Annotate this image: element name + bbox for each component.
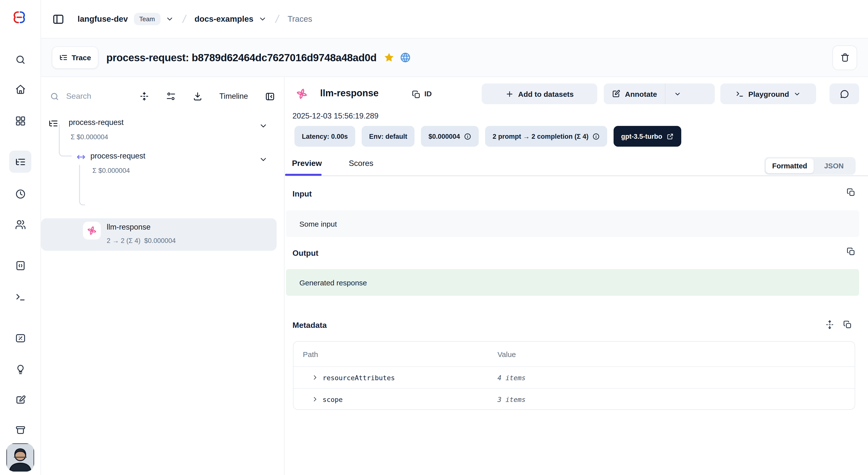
- annotate-split-button: Annotate: [604, 84, 715, 104]
- output-content: Generated response: [286, 269, 859, 296]
- timeline-toggle[interactable]: Timeline: [219, 92, 248, 101]
- view-mode-toggle: Formatted JSON: [764, 157, 856, 175]
- formatted-toggle[interactable]: Formatted: [766, 158, 814, 173]
- tree-search[interactable]: [50, 92, 139, 101]
- search-icon: [50, 92, 59, 101]
- lightbulb-icon[interactable]: [9, 358, 31, 380]
- search-icon[interactable]: [9, 49, 31, 71]
- sessions-clock-icon[interactable]: [9, 183, 31, 205]
- tree-row-metrics: 2 → 2 (Σ 4) $0.000004: [107, 237, 176, 245]
- output-section-label: Output: [292, 249, 318, 258]
- input-section-label: Input: [292, 190, 312, 198]
- cost-badge: $0.000004: [421, 126, 479, 147]
- evals-percent-icon[interactable]: [9, 327, 31, 349]
- terminal-icon: [735, 90, 744, 98]
- latency-badge: Latency: 0.00s: [294, 126, 355, 147]
- observation-title: llm-response: [320, 88, 379, 99]
- tab-preview[interactable]: Preview: [292, 159, 322, 168]
- copy-id-icon[interactable]: [411, 90, 421, 99]
- metadata-table: Path Value resourceAttributes 4 items sc…: [293, 341, 855, 410]
- metadata-row-resource-attributes[interactable]: resourceAttributes 4 items: [293, 367, 855, 388]
- chevron-down-icon: [794, 90, 801, 97]
- copy-metadata-icon[interactable]: [843, 320, 852, 329]
- prompts-file-icon[interactable]: [9, 254, 31, 277]
- model-badge[interactable]: gpt-3.5-turbo: [614, 126, 681, 147]
- tabs-divider: [285, 175, 868, 176]
- breadcrumb-project[interactable]: langfuse-dev: [78, 14, 128, 24]
- observation-tree: process-request Σ $0.000004 process-requ…: [41, 116, 284, 475]
- playground-button[interactable]: Playground: [720, 84, 816, 104]
- list-tree-icon: [59, 53, 68, 62]
- generation-icon-box: [83, 222, 101, 240]
- square-pen-icon: [612, 89, 620, 98]
- plus-icon: [505, 90, 514, 98]
- search-input[interactable]: [66, 92, 121, 101]
- chevron-right-icon: [312, 374, 318, 381]
- chevron-down-icon[interactable]: [258, 15, 267, 23]
- json-toggle[interactable]: JSON: [814, 162, 854, 170]
- span-left-right-icon: [75, 152, 87, 162]
- token-usage-badge: 2 prompt → 2 completion (Σ 4): [485, 126, 607, 147]
- observation-detail-panel: llm-response ID Add to datasets Annotate…: [285, 77, 868, 475]
- trace-title: process-request: b8789d62464dc7627016d97…: [106, 52, 376, 63]
- id-label: ID: [424, 89, 432, 98]
- chevron-down-icon[interactable]: [165, 15, 174, 23]
- add-to-datasets-button[interactable]: Add to datasets: [482, 84, 597, 104]
- delete-trace-button[interactable]: [832, 45, 857, 70]
- breadcrumb-separator: /: [274, 12, 280, 25]
- list-tree-icon: [49, 119, 58, 128]
- chat-bubble-icon: [840, 89, 849, 98]
- tab-scores[interactable]: Scores: [349, 159, 373, 168]
- tree-connector: [79, 165, 85, 205]
- breadcrumb-traces-link[interactable]: Traces: [287, 14, 312, 24]
- metadata-row-scope[interactable]: scope 3 items: [293, 388, 855, 410]
- expand-metadata-icon[interactable]: [825, 320, 834, 329]
- user-avatar[interactable]: [6, 443, 34, 472]
- chevron-down-icon[interactable]: [259, 155, 268, 164]
- trace-type-badge: Trace: [52, 46, 98, 69]
- input-content: Some input: [286, 210, 859, 237]
- users-icon[interactable]: [9, 213, 31, 235]
- org-plan-badge: Team: [134, 13, 160, 25]
- nav-rail: [0, 0, 41, 475]
- tree-connector: [59, 124, 72, 157]
- app-window: langfuse-dev Team / docs-examples / Trac…: [0, 0, 868, 475]
- tree-toolbar: Timeline: [41, 77, 284, 116]
- dashboards-icon[interactable]: [9, 109, 31, 132]
- sidebar-toggle-icon[interactable]: [52, 12, 65, 25]
- info-icon[interactable]: [464, 133, 471, 140]
- home-icon[interactable]: [9, 78, 31, 100]
- fold-tree-icon[interactable]: [139, 91, 149, 101]
- collapse-panel-icon[interactable]: [265, 91, 275, 101]
- trash-icon: [840, 52, 850, 63]
- playground-terminal-icon[interactable]: [9, 285, 31, 308]
- breadcrumb-environment[interactable]: docs-examples: [194, 14, 253, 24]
- comments-button[interactable]: [830, 84, 859, 104]
- copy-input-icon[interactable]: [846, 188, 856, 197]
- trace-tree-panel: Timeline process-request Σ $0.000004 pro…: [41, 77, 284, 475]
- metadata-section-label: Metadata: [292, 321, 327, 330]
- download-icon[interactable]: [193, 91, 203, 101]
- bookmark-star-icon[interactable]: [383, 52, 395, 63]
- breadcrumb-separator: /: [181, 12, 187, 25]
- display-settings-icon[interactable]: [166, 91, 176, 101]
- trace-header: Trace process-request: b8789d62464dc7627…: [41, 38, 868, 77]
- langfuse-logo[interactable]: [11, 9, 28, 26]
- chevron-down-icon[interactable]: [259, 122, 268, 130]
- annotate-button[interactable]: Annotate: [604, 84, 665, 104]
- breadcrumb-bar: langfuse-dev Team / docs-examples / Trac…: [41, 0, 868, 38]
- tree-row-llm-response-selected[interactable]: [41, 218, 277, 251]
- datasets-archive-icon[interactable]: [9, 419, 31, 441]
- metadata-table-header: Path Value: [293, 342, 855, 367]
- generation-pinwheel-icon: [87, 225, 97, 236]
- info-icon[interactable]: [593, 133, 600, 140]
- annotation-pen-icon[interactable]: [9, 389, 31, 411]
- column-path: Path: [293, 350, 318, 358]
- annotate-dropdown-chevron[interactable]: [665, 84, 690, 104]
- active-tab-underline: [285, 174, 321, 176]
- external-link-icon: [666, 133, 674, 140]
- tree-row-label: llm-response: [107, 223, 150, 231]
- tracing-icon[interactable]: [9, 151, 31, 173]
- copy-output-icon[interactable]: [846, 247, 856, 256]
- public-globe-icon[interactable]: [400, 52, 411, 63]
